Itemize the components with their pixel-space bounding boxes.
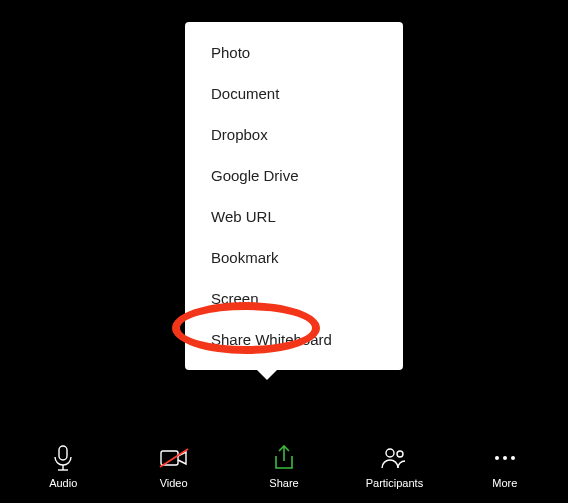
more-label: More [492, 477, 517, 489]
share-popover: Photo Document Dropbox Google Drive Web … [185, 22, 403, 370]
video-off-icon [159, 445, 189, 471]
audio-label: Audio [49, 477, 77, 489]
share-icon [269, 445, 299, 471]
share-menu-item-dropbox[interactable]: Dropbox [185, 114, 403, 155]
video-label: Video [160, 477, 188, 489]
svg-point-5 [386, 449, 394, 457]
more-icon [490, 445, 520, 471]
share-menu-item-screen[interactable]: Screen [185, 278, 403, 319]
participants-button[interactable]: Participants [339, 445, 449, 489]
share-menu-item-photo[interactable]: Photo [185, 32, 403, 73]
svg-point-9 [511, 456, 515, 460]
participants-icon [379, 445, 409, 471]
participants-label: Participants [366, 477, 423, 489]
share-label: Share [269, 477, 298, 489]
share-menu-item-whiteboard[interactable]: Share Whiteboard [185, 319, 403, 360]
svg-rect-0 [59, 446, 67, 460]
microphone-icon [48, 445, 78, 471]
svg-point-8 [503, 456, 507, 460]
svg-point-6 [397, 451, 403, 457]
meeting-toolbar: Audio Video Share [0, 445, 568, 489]
audio-button[interactable]: Audio [8, 445, 118, 489]
video-button[interactable]: Video [118, 445, 228, 489]
share-menu-item-bookmark[interactable]: Bookmark [185, 237, 403, 278]
svg-line-4 [160, 449, 188, 467]
share-button[interactable]: Share [229, 445, 339, 489]
share-menu-item-web-url[interactable]: Web URL [185, 196, 403, 237]
svg-point-7 [495, 456, 499, 460]
share-menu-item-google-drive[interactable]: Google Drive [185, 155, 403, 196]
more-button[interactable]: More [450, 445, 560, 489]
share-menu-item-document[interactable]: Document [185, 73, 403, 114]
